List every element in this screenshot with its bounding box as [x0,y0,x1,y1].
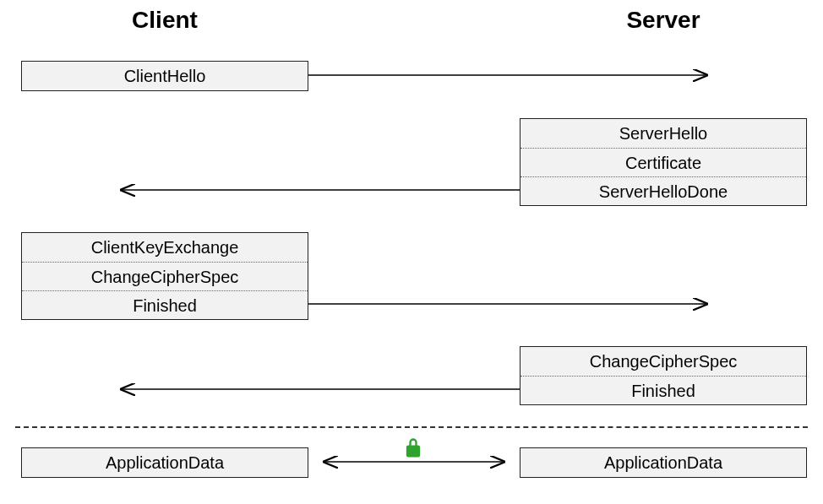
arrow-server-finished [106,375,520,404]
server-finished-block: ChangeCipherSpec Finished [520,346,807,405]
client-header: Client [21,7,308,34]
arrow-clienthello [308,61,722,89]
arrow-client-finished [308,290,722,318]
handshake-divider [15,426,808,428]
msg-clientkeyexchange: ClientKeyExchange [22,233,308,262]
msg-appdata-server: ApplicationData [521,448,806,477]
msg-appdata-client: ApplicationData [22,448,308,477]
msg-clienthello: ClientHello [22,62,308,90]
arrow-serverhellodone [106,176,520,204]
appdata-server-box: ApplicationData [520,447,807,478]
lock-icon [401,436,425,463]
msg-finished-client: Finished [22,290,308,319]
tls-handshake-diagram: Client Server ClientHello ServerHello Ce… [0,0,823,504]
client-hello-box: ClientHello [21,61,308,91]
server-header: Server [520,7,807,34]
msg-serverhello: ServerHello [521,119,806,148]
msg-certificate: Certificate [521,148,806,176]
msg-changecipherspec-server: ChangeCipherSpec [521,347,806,376]
msg-serverhellodone: ServerHelloDone [521,176,806,205]
client-keyexchange-block: ClientKeyExchange ChangeCipherSpec Finis… [21,232,308,320]
server-hello-block: ServerHello Certificate ServerHelloDone [520,118,807,206]
msg-finished-server: Finished [521,376,806,404]
msg-changecipherspec-client: ChangeCipherSpec [22,262,308,290]
appdata-client-box: ApplicationData [21,447,308,478]
